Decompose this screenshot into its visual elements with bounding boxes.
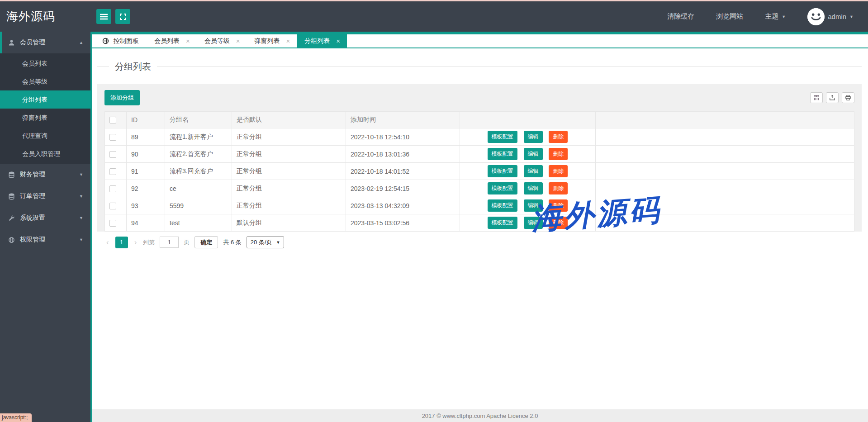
- table-row: 90 流程2.首充客户 正常分组 2022-10-18 13:01:36 模板配…: [105, 146, 854, 163]
- page-size-value: 20 条/页: [251, 238, 272, 247]
- edit-button[interactable]: 编辑: [524, 148, 543, 160]
- template-config-button[interactable]: 模板配置: [488, 217, 517, 229]
- col-header-time: 添加时间: [346, 112, 460, 128]
- chevron-down-icon: ▼: [849, 14, 854, 19]
- sidebar-item-permission-mgmt[interactable]: 权限管理 ▼: [0, 229, 90, 251]
- template-config-button[interactable]: 模板配置: [488, 182, 517, 194]
- template-config-button[interactable]: 模板配置: [488, 131, 517, 143]
- tab-popup-list[interactable]: 弹窗列表 ×: [247, 34, 297, 47]
- sidebar-item-finance-mgmt[interactable]: 财务管理 ▼: [0, 164, 90, 185]
- page-title: 分组列表: [115, 61, 151, 73]
- fullscreen-button[interactable]: [115, 9, 130, 24]
- edit-button[interactable]: 编辑: [524, 182, 543, 194]
- pagination: ‹ 1 › 到第 页 确定 共 6 条 20 条/页 ▼: [97, 232, 862, 253]
- tab-dashboard[interactable]: 控制面板: [95, 34, 147, 47]
- columns-toggle-button[interactable]: [810, 92, 823, 103]
- tab-member-level[interactable]: 会员等级 ×: [197, 34, 247, 47]
- close-icon[interactable]: ×: [336, 37, 340, 45]
- table-row: 89 流程1.新开客户 正常分组 2022-10-18 12:54:10 模板配…: [105, 128, 854, 146]
- export-button[interactable]: [826, 92, 839, 103]
- template-config-button[interactable]: 模板配置: [488, 148, 517, 160]
- close-icon[interactable]: ×: [236, 37, 240, 45]
- cell-extra: [596, 163, 854, 180]
- cell-extra: [596, 128, 854, 146]
- add-group-button[interactable]: 添加分组: [104, 90, 140, 105]
- cell-time: 2022-10-18 13:01:36: [346, 146, 460, 163]
- close-icon[interactable]: ×: [186, 37, 190, 45]
- cell-name: ce: [165, 180, 232, 197]
- cell-time: 2022-10-18 14:01:52: [346, 163, 460, 180]
- delete-button[interactable]: 删除: [549, 182, 568, 194]
- tab-group-list[interactable]: 分组列表 ×: [297, 34, 347, 47]
- sidebar-item-agent-query[interactable]: 代理查询: [0, 127, 90, 145]
- cell-time: 2022-10-18 12:54:10: [346, 128, 460, 146]
- chevron-up-icon: ▲: [79, 40, 83, 45]
- template-config-button[interactable]: 模板配置: [488, 165, 517, 177]
- cell-id: 93: [127, 197, 165, 214]
- page-size-select[interactable]: 20 条/页 ▼: [247, 236, 285, 248]
- clear-cache-link[interactable]: 清除缓存: [667, 12, 694, 21]
- edit-button[interactable]: 编辑: [524, 199, 543, 212]
- sidebar-item-member-mgmt[interactable]: 会员管理 ▲: [0, 32, 90, 53]
- tab-member-list[interactable]: 会员列表 ×: [147, 34, 197, 47]
- database-icon: [8, 171, 15, 178]
- globe-icon: [8, 237, 15, 243]
- goto-page-input[interactable]: [160, 237, 179, 248]
- theme-label: 主题: [765, 12, 778, 21]
- row-checkbox[interactable]: [109, 220, 116, 227]
- sidebar-item-popup-list[interactable]: 弹窗列表: [0, 109, 90, 127]
- prev-page-button[interactable]: ‹: [105, 238, 110, 246]
- user-menu[interactable]: admin ▼: [807, 8, 854, 25]
- hamburger-icon: [100, 14, 108, 20]
- edit-button[interactable]: 编辑: [524, 165, 543, 177]
- database-icon: [8, 193, 15, 200]
- delete-button[interactable]: 删除: [549, 148, 568, 160]
- confirm-button[interactable]: 确定: [194, 236, 218, 248]
- print-icon: [845, 95, 851, 101]
- delete-button[interactable]: 删除: [549, 217, 568, 229]
- print-button[interactable]: [842, 92, 854, 103]
- row-checkbox[interactable]: [109, 168, 116, 175]
- chevron-down-icon: ▼: [79, 216, 83, 220]
- sidebar-item-member-onboarding[interactable]: 会员入职管理: [0, 145, 90, 163]
- wrench-icon: [8, 215, 15, 222]
- sidebar-item-member-level[interactable]: 会员等级: [0, 72, 90, 90]
- template-config-button[interactable]: 模板配置: [488, 199, 517, 212]
- chevron-down-icon: ▼: [276, 240, 280, 245]
- tab-label: 会员等级: [204, 37, 230, 45]
- cell-id: 90: [127, 146, 165, 163]
- close-icon[interactable]: ×: [286, 37, 290, 45]
- theme-menu[interactable]: 主题 ▼: [765, 12, 786, 21]
- row-checkbox[interactable]: [109, 185, 116, 192]
- delete-button[interactable]: 删除: [549, 199, 568, 212]
- edit-button[interactable]: 编辑: [524, 131, 543, 143]
- cell-id: 94: [127, 214, 165, 232]
- col-header-name: 分组名: [165, 112, 232, 128]
- sidebar-toggle-button[interactable]: [96, 9, 111, 24]
- user-icon: [8, 39, 15, 46]
- cell-default: 正常分组: [232, 197, 346, 214]
- table-panel: 添加分组: [97, 84, 862, 253]
- cell-time: 2023-02-19 12:54:15: [346, 180, 460, 197]
- sidebar-item-system-settings[interactable]: 系统设置 ▼: [0, 207, 90, 229]
- sidebar-item-member-list[interactable]: 会员列表: [0, 54, 90, 72]
- cell-name: 5599: [165, 197, 232, 214]
- browse-site-link[interactable]: 浏览网站: [716, 12, 743, 21]
- next-page-button[interactable]: ›: [133, 238, 138, 246]
- edit-button[interactable]: 编辑: [524, 217, 543, 229]
- select-all-checkbox[interactable]: [109, 117, 116, 123]
- sidebar-item-order-mgmt[interactable]: 订单管理 ▼: [0, 185, 90, 207]
- delete-button[interactable]: 删除: [549, 165, 568, 177]
- col-header-id: ID: [127, 112, 165, 128]
- col-header-actions: [460, 112, 596, 128]
- page-number-button[interactable]: 1: [115, 237, 128, 248]
- cell-name: 流程2.首充客户: [165, 146, 232, 163]
- cell-time: 2023-03-13 04:32:09: [346, 197, 460, 214]
- globe-icon: [102, 38, 109, 44]
- sidebar-item-group-list[interactable]: 分组列表: [0, 90, 90, 109]
- row-checkbox[interactable]: [109, 151, 116, 158]
- row-checkbox[interactable]: [109, 134, 116, 141]
- total-count-label: 共 6 条: [223, 238, 241, 247]
- row-checkbox[interactable]: [109, 203, 116, 209]
- delete-button[interactable]: 删除: [549, 131, 568, 143]
